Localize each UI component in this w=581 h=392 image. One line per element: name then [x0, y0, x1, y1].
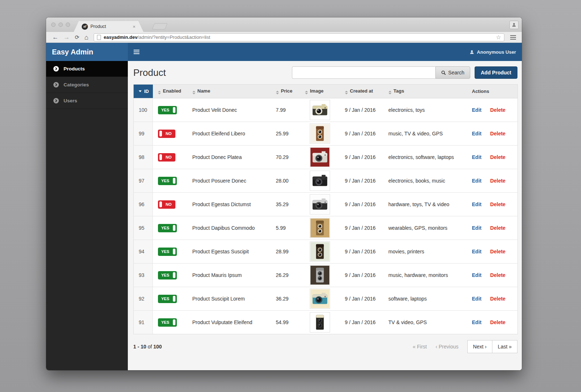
- search-button[interactable]: Search: [435, 66, 470, 79]
- row-id: 99: [134, 122, 153, 146]
- product-price: 54.99: [271, 311, 300, 334]
- delete-link[interactable]: Delete: [490, 296, 505, 302]
- enabled-badge: YES: [158, 106, 177, 114]
- column-header-price[interactable]: Price: [271, 85, 300, 98]
- edit-link[interactable]: Edit: [472, 178, 482, 184]
- sort-icon: [192, 91, 195, 94]
- product-name: Product Egestas Dictumst: [187, 193, 271, 216]
- tab-close-icon[interactable]: ×: [133, 24, 135, 29]
- row-id: 95: [134, 216, 153, 240]
- sort-icon: [305, 91, 308, 94]
- product-image: [310, 171, 330, 191]
- product-price: 5.99: [271, 216, 300, 240]
- column-header-actions: Actions: [467, 85, 518, 98]
- delete-link[interactable]: Delete: [490, 272, 505, 278]
- delete-link[interactable]: Delete: [490, 249, 505, 254]
- next-page-button[interactable]: Next ›: [467, 340, 492, 353]
- edit-link[interactable]: Edit: [472, 249, 482, 254]
- browser-tab[interactable]: sf Product ×: [74, 21, 143, 32]
- user-menu[interactable]: Anonymous User: [470, 49, 516, 55]
- row-id: 97: [134, 169, 153, 193]
- edit-link[interactable]: Edit: [472, 225, 482, 231]
- sidebar: Products Categories Users: [46, 61, 128, 370]
- edit-link[interactable]: Edit: [472, 296, 482, 302]
- edit-link[interactable]: Edit: [472, 131, 482, 136]
- new-tab-button[interactable]: [152, 23, 168, 29]
- edit-link[interactable]: Edit: [472, 319, 482, 325]
- close-window-button[interactable]: [51, 23, 56, 27]
- delete-link[interactable]: Delete: [490, 319, 505, 325]
- row-id: 91: [134, 311, 153, 334]
- product-tags: electronics, software, laptops: [383, 146, 467, 169]
- browser-menu-icon[interactable]: [510, 37, 516, 38]
- delete-link[interactable]: Delete: [490, 107, 505, 113]
- browser-toolbar: easyadmin.dev /admin/?entity=Product&act…: [46, 32, 522, 43]
- add-product-button[interactable]: Add Product: [475, 66, 517, 79]
- sidebar-item-label: Products: [64, 66, 85, 72]
- product-image: [310, 218, 330, 238]
- column-header-enabled[interactable]: Enabled: [153, 85, 187, 98]
- reload-button[interactable]: [75, 34, 80, 40]
- product-name: Product Velit Donec: [187, 98, 271, 122]
- product-name: Product Donec Platea: [187, 146, 271, 169]
- arrow-circle-right-icon: [53, 66, 59, 72]
- product-tags: software, laptops: [383, 287, 467, 311]
- delete-link[interactable]: Delete: [490, 201, 505, 207]
- column-header-created-at[interactable]: Created at: [340, 85, 383, 98]
- row-id: 98: [134, 146, 153, 169]
- sidebar-toggle-icon[interactable]: [134, 52, 139, 52]
- table-row: 100 YES Product Velit Donec 7.99 9 / Jan…: [134, 98, 518, 122]
- delete-link[interactable]: Delete: [490, 154, 505, 160]
- minimize-window-button[interactable]: [58, 23, 63, 27]
- table-header-row: ID Enabled Name Price Image Created at T…: [134, 85, 518, 98]
- column-header-tags[interactable]: Tags: [383, 85, 467, 98]
- last-page-button[interactable]: Last »: [492, 340, 517, 353]
- created-at: 9 / Jan / 2016: [340, 264, 383, 287]
- product-tags: electronics, books, music: [383, 169, 467, 193]
- address-bar[interactable]: easyadmin.dev /admin/?entity=Product&act…: [94, 33, 504, 41]
- edit-link[interactable]: Edit: [472, 201, 482, 207]
- delete-link[interactable]: Delete: [490, 225, 505, 231]
- search-input[interactable]: [292, 66, 435, 79]
- app-brand[interactable]: Easy Admin: [46, 43, 128, 61]
- home-button[interactable]: [85, 34, 89, 41]
- created-at: 9 / Jan / 2016: [340, 122, 383, 146]
- back-button[interactable]: [52, 34, 58, 40]
- row-id: 96: [134, 193, 153, 216]
- enabled-badge: YES: [158, 295, 177, 303]
- created-at: 9 / Jan / 2016: [340, 169, 383, 193]
- sidebar-item-categories[interactable]: Categories: [46, 77, 128, 93]
- row-id: 100: [134, 98, 153, 122]
- product-tags: TV & video, GPS: [383, 311, 467, 334]
- previous-page-link[interactable]: ‹ Previous: [435, 344, 458, 350]
- delete-link[interactable]: Delete: [490, 178, 505, 184]
- product-image: [310, 241, 330, 262]
- first-page-link[interactable]: « First: [413, 344, 427, 350]
- enabled-badge: NO: [158, 200, 175, 209]
- product-image: [310, 123, 330, 144]
- product-image: [310, 312, 330, 332]
- edit-link[interactable]: Edit: [472, 154, 482, 160]
- sidebar-item-products[interactable]: Products: [46, 61, 128, 77]
- enabled-badge: YES: [158, 224, 177, 232]
- app-topbar: Anonymous User: [128, 43, 522, 61]
- delete-link[interactable]: Delete: [490, 131, 505, 136]
- product-name: Product Suscipit Lorem: [187, 287, 271, 311]
- product-image: [310, 194, 330, 215]
- edit-link[interactable]: Edit: [472, 272, 482, 278]
- edit-link[interactable]: Edit: [472, 107, 482, 113]
- sidebar-item-label: Users: [64, 98, 77, 103]
- column-header-name[interactable]: Name: [187, 85, 271, 98]
- product-price: 7.99: [271, 98, 300, 122]
- enabled-badge: NO: [158, 130, 175, 138]
- created-at: 9 / Jan / 2016: [340, 193, 383, 216]
- zoom-window-button[interactable]: [66, 23, 70, 27]
- product-price: 28.99: [271, 240, 300, 264]
- bookmark-star-icon[interactable]: [496, 34, 501, 41]
- forward-button[interactable]: [64, 34, 70, 40]
- column-header-image[interactable]: Image: [300, 85, 340, 98]
- sidebar-item-users[interactable]: Users: [46, 93, 128, 109]
- table-row: 99 NO Product Eleifend Libero 25.99 9 / …: [134, 122, 518, 146]
- column-header-id[interactable]: ID: [134, 85, 153, 98]
- browser-profile-button[interactable]: [509, 21, 519, 29]
